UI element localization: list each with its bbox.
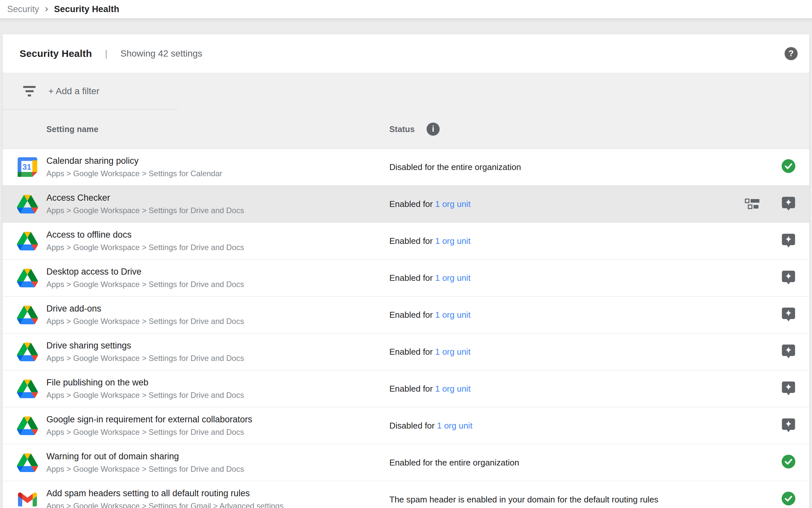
org-unit-link[interactable]: 1 org unit [435,199,470,209]
status-text: Disabled for the entire organization [389,162,521,172]
status-text: Enabled for the entire organization [389,458,519,468]
recommendation-badge-icon[interactable] [781,381,796,396]
filter-icon [22,86,37,96]
breadcrumb: Security › Security Health [0,0,812,18]
settings-count-label: Showing 42 settings [121,48,202,59]
setting-name: Add spam headers setting to all default … [46,489,284,499]
org-unit-link[interactable]: 1 org unit [435,384,470,393]
setting-path: Apps > Google Workspace > Settings for D… [46,206,244,215]
status-text: Disabled for 1 org unit [389,421,472,431]
org-unit-link[interactable]: 1 org unit [435,347,470,357]
page-title: Security Health [19,48,92,59]
settings-table-body: 31Calendar sharing policyApps > Google W… [3,149,809,508]
setting-text-block: Access CheckerApps > Google Workspace > … [46,193,244,215]
drive-icon [17,230,38,251]
calendar-icon: 31 [17,157,38,177]
column-header-status: Status [389,124,415,134]
status-text: The spam header is enabled in your domai… [389,495,659,505]
filter-bar: + Add a filter [3,73,809,110]
drive-icon [17,378,38,399]
column-header-setting-name: Setting name [46,124,98,134]
table-row[interactable]: Add spam headers setting to all default … [3,481,809,508]
status-text: Enabled for 1 org unit [389,384,471,394]
setting-path: Apps > Google Workspace > Settings for D… [46,243,244,252]
chevron-right-icon: › [45,3,48,14]
drive-icon [17,341,38,362]
setting-name: Access to offline docs [46,230,244,240]
status-text: Enabled for 1 org unit [389,310,471,320]
setting-path: Apps > Google Workspace > Settings for G… [46,502,284,508]
drive-icon [17,267,38,288]
recommendation-badge-icon[interactable] [781,418,796,433]
card-header: Security Health | Showing 42 settings ? [3,34,809,73]
setting-name: Calendar sharing policy [46,156,223,166]
breadcrumb-current: Security Health [54,4,120,14]
setting-name: Drive add-ons [46,304,244,314]
security-health-card: Security Health | Showing 42 settings ? … [3,34,809,508]
table-row[interactable]: Google sign-in requirement for external … [3,407,809,444]
svg-text:31: 31 [22,163,31,171]
recommendation-badge-icon[interactable] [781,307,796,323]
status-text: Enabled for 1 org unit [389,199,471,209]
status-text: Enabled for 1 org unit [389,236,471,246]
recommendation-badge-icon[interactable] [781,270,796,286]
gmail-icon [17,489,38,508]
success-check-icon [781,492,796,507]
status-text: Enabled for 1 org unit [389,347,471,357]
table-row[interactable]: Drive sharing settingsApps > Google Work… [3,333,809,370]
table-row[interactable]: File publishing on the webApps > Google … [3,370,809,407]
setting-path: Apps > Google Workspace > Settings for D… [46,280,244,289]
recommendation-badge-icon[interactable] [781,233,796,249]
table-row[interactable]: 31Calendar sharing policyApps > Google W… [3,149,809,186]
setting-path: Apps > Google Workspace > Settings for D… [46,317,244,326]
table-row[interactable]: Desktop access to DriveApps > Google Wor… [3,260,809,296]
recommendation-badge-icon[interactable] [781,344,796,359]
setting-path: Apps > Google Workspace > Settings for D… [46,354,244,363]
setting-text-block: File publishing on the webApps > Google … [46,378,244,400]
setting-text-block: Warning for out of domain sharingApps > … [46,452,244,474]
setting-path: Apps > Google Workspace > Settings for D… [46,428,252,437]
drive-icon [17,415,38,436]
success-check-icon [781,455,796,470]
success-check-icon [781,159,796,175]
setting-name: File publishing on the web [46,378,244,388]
setting-text-block: Google sign-in requirement for external … [46,415,252,437]
setting-name: Google sign-in requirement for external … [46,415,252,425]
setting-name: Access Checker [46,193,244,203]
table-row[interactable]: Warning for out of domain sharingApps > … [3,444,809,481]
drive-icon [17,452,38,473]
setting-text-block: Access to offline docsApps > Google Work… [46,230,244,252]
setting-path: Apps > Google Workspace > Settings for C… [46,169,223,178]
drive-icon [17,304,38,325]
rule-applied-icon [745,198,760,210]
setting-text-block: Calendar sharing policyApps > Google Wor… [46,156,223,178]
org-unit-link[interactable]: 1 org unit [437,421,472,430]
drive-icon [17,194,38,214]
org-unit-link[interactable]: 1 org unit [435,236,470,246]
title-divider: | [105,48,107,59]
table-row[interactable]: Drive add-onsApps > Google Workspace > S… [3,296,809,333]
org-unit-link[interactable]: 1 org unit [435,310,470,320]
setting-name: Drive sharing settings [46,341,244,351]
help-icon[interactable]: ? [784,47,798,60]
setting-name: Warning for out of domain sharing [46,452,244,462]
breadcrumb-parent-link[interactable]: Security [7,4,39,14]
setting-name: Desktop access to Drive [46,267,244,277]
setting-text-block: Add spam headers setting to all default … [46,489,284,508]
table-row[interactable]: Access CheckerApps > Google Workspace > … [3,186,809,223]
info-icon[interactable]: i [427,123,440,136]
table-header: Setting name Status i [3,110,809,149]
setting-text-block: Drive add-onsApps > Google Workspace > S… [46,304,244,326]
setting-path: Apps > Google Workspace > Settings for D… [46,391,244,400]
table-row[interactable]: Access to offline docsApps > Google Work… [3,223,809,260]
add-filter-button[interactable]: + Add a filter [48,86,99,96]
setting-text-block: Desktop access to DriveApps > Google Wor… [46,267,244,289]
status-text: Enabled for 1 org unit [389,273,471,283]
recommendation-badge-icon[interactable] [781,196,796,212]
org-unit-link[interactable]: 1 org unit [435,273,470,283]
setting-path: Apps > Google Workspace > Settings for D… [46,465,244,474]
setting-text-block: Drive sharing settingsApps > Google Work… [46,341,244,363]
